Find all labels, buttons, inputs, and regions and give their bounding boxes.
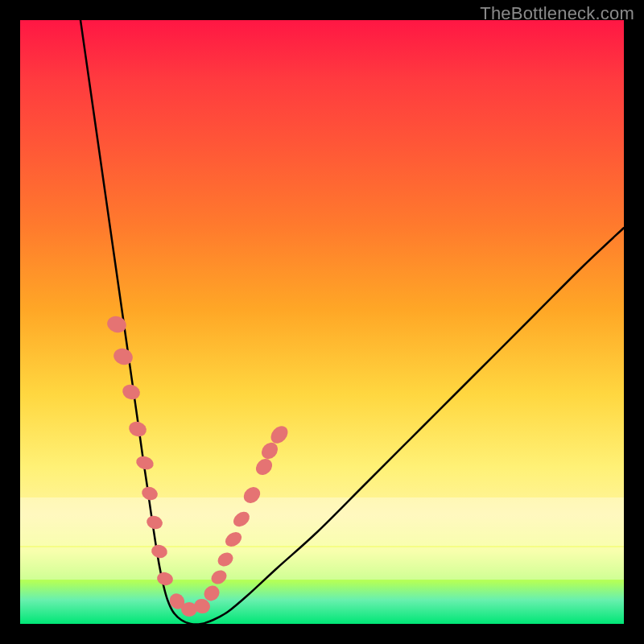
- gradient-panel: [20, 20, 624, 624]
- highlight-band: [20, 547, 624, 580]
- highlight-band: [20, 497, 624, 546]
